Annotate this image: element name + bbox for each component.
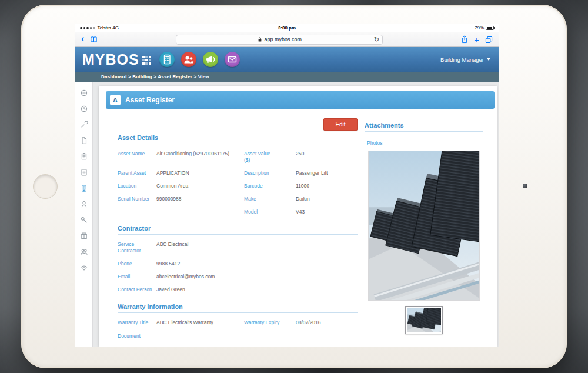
clipboard-icon[interactable] bbox=[75, 148, 92, 164]
lock-icon bbox=[258, 36, 262, 42]
page-title: Asset Register bbox=[125, 96, 175, 104]
field-value: Common Area bbox=[156, 183, 242, 189]
contractor-fields: Service Contractor ABC Electrical Phone … bbox=[118, 241, 358, 293]
asset-register-icon: A bbox=[110, 95, 121, 105]
form-icon[interactable] bbox=[75, 164, 92, 180]
record-icon[interactable] bbox=[75, 85, 92, 101]
field-value: abcelectrical@mybos.com bbox=[156, 274, 358, 280]
field-value: Daikin bbox=[296, 196, 358, 202]
asset-detail-panel: Edit Asset Details Asset Name Air Condit… bbox=[118, 118, 358, 339]
battery-icon bbox=[486, 26, 494, 30]
network-label: 4G bbox=[112, 25, 119, 31]
key-icon[interactable] bbox=[75, 212, 92, 228]
breadcrumb[interactable]: Dashboard > Building > Asset Register > … bbox=[101, 74, 209, 79]
wrench-icon[interactable] bbox=[75, 116, 92, 132]
clock-icon[interactable] bbox=[75, 101, 92, 116]
breadcrumb-bar: Dashboard > Building > Asset Register > … bbox=[75, 72, 499, 82]
people-icon[interactable] bbox=[181, 52, 196, 67]
section-title-attachments: Attachments bbox=[365, 122, 483, 132]
front-camera bbox=[523, 184, 527, 188]
mail-icon[interactable] bbox=[225, 52, 240, 67]
back-button[interactable]: ‹ bbox=[81, 34, 84, 44]
refresh-icon[interactable]: ↻ bbox=[374, 36, 379, 44]
calculator-icon[interactable] bbox=[159, 52, 175, 67]
field-label: Description bbox=[244, 170, 293, 176]
url-text: app.mybos.com bbox=[265, 36, 302, 42]
home-button[interactable] bbox=[33, 174, 58, 199]
field-label-document: Document bbox=[118, 333, 358, 339]
field-label: Make bbox=[244, 196, 293, 202]
screen: Telstra 4G 3:00 pm 79% ‹ app.mybos.c bbox=[75, 24, 499, 347]
field-label: Location bbox=[118, 183, 154, 189]
page-banner: A Asset Register bbox=[106, 91, 495, 109]
field-value: 990000988 bbox=[156, 196, 242, 202]
clock-label: 3:00 pm bbox=[75, 25, 499, 31]
person-icon[interactable] bbox=[75, 196, 92, 212]
address-bar[interactable]: app.mybos.com ↻ bbox=[176, 35, 383, 45]
wifi-icon[interactable] bbox=[75, 259, 92, 275]
battery-percent: 79% bbox=[475, 25, 484, 31]
field-value: 08/07/2016 bbox=[296, 319, 358, 326]
section-title-asset-details: Asset Details bbox=[118, 134, 358, 144]
field-label: Parent Asset bbox=[118, 170, 154, 176]
package-icon[interactable] bbox=[75, 228, 92, 244]
mybos-logo: MYBOS bbox=[82, 52, 139, 67]
attachments-panel: Attachments Photos bbox=[365, 122, 483, 334]
field-label: Asset Value ($) bbox=[244, 151, 293, 164]
asset-details-fields: Asset Name Air Conditioning (62970006117… bbox=[118, 151, 358, 215]
asset-register-card: A Asset Register Edit Asset Details Asse… bbox=[99, 86, 497, 347]
field-value: ABC Electrical's Warranty bbox=[156, 319, 242, 326]
logo-grid-icon bbox=[142, 56, 151, 65]
share-icon[interactable] bbox=[461, 35, 468, 44]
field-label: Warranty Title bbox=[118, 319, 154, 326]
field-value: V43 bbox=[296, 209, 358, 215]
new-tab-icon[interactable]: + bbox=[474, 35, 479, 44]
warranty-fields: Warranty Title ABC Electrical's Warranty… bbox=[118, 319, 358, 326]
ios-status-bar: Telstra 4G 3:00 pm 79% bbox=[75, 24, 499, 32]
file-icon[interactable] bbox=[75, 132, 92, 148]
megaphone-icon[interactable] bbox=[203, 52, 218, 67]
field-value: Air Conditioning (629700061175) bbox=[156, 151, 242, 164]
field-label bbox=[118, 209, 154, 215]
edit-button[interactable]: Edit bbox=[323, 118, 358, 131]
field-value: APPLICATION bbox=[156, 170, 242, 176]
asset-photo-thumbnail[interactable] bbox=[405, 306, 443, 334]
asset-photo[interactable] bbox=[368, 151, 480, 301]
role-dropdown[interactable]: Building Manager bbox=[440, 56, 490, 63]
section-title-contractor: Contractor bbox=[118, 225, 358, 235]
field-value: Passenger Lift bbox=[296, 170, 358, 176]
people-icon[interactable] bbox=[75, 244, 92, 259]
browser-toolbar: ‹ app.mybos.com ↻ + bbox=[75, 32, 499, 47]
field-value: Javed Green bbox=[156, 287, 358, 293]
field-label: Barcode bbox=[244, 183, 293, 189]
bookmarks-icon[interactable] bbox=[90, 36, 98, 44]
field-label: Phone bbox=[118, 261, 154, 267]
ipad-device-frame: Telstra 4G 3:00 pm 79% ‹ app.mybos.c bbox=[21, 5, 567, 368]
field-label: Email bbox=[118, 274, 154, 280]
chevron-down-icon bbox=[487, 58, 490, 61]
field-label: Serial Number bbox=[118, 196, 154, 202]
field-value: ABC Electrical bbox=[156, 241, 358, 254]
field-label: Warranty Expiry bbox=[244, 319, 293, 326]
carrier-label: Telstra bbox=[98, 25, 112, 31]
field-label: Contact Person bbox=[118, 287, 154, 293]
photos-label: Photos bbox=[367, 140, 483, 146]
field-label: Service Contractor bbox=[118, 241, 154, 254]
side-nav bbox=[75, 82, 93, 347]
tabs-icon[interactable] bbox=[485, 36, 493, 44]
field-value: 250 bbox=[296, 151, 358, 164]
field-value: 11000 bbox=[296, 183, 358, 189]
content-area: A Asset Register Edit Asset Details Asse… bbox=[75, 82, 499, 347]
field-value: 9988 5412 bbox=[156, 261, 358, 267]
field-label: Asset Name bbox=[118, 151, 154, 164]
building-icon[interactable] bbox=[75, 180, 92, 196]
section-title-warranty: Warranty Information bbox=[118, 303, 358, 313]
field-label: Model bbox=[244, 209, 293, 215]
signal-strength-icon bbox=[80, 27, 95, 29]
role-label: Building Manager bbox=[440, 56, 484, 63]
app-header: MYBOS bbox=[75, 47, 499, 72]
field-value bbox=[156, 209, 242, 215]
